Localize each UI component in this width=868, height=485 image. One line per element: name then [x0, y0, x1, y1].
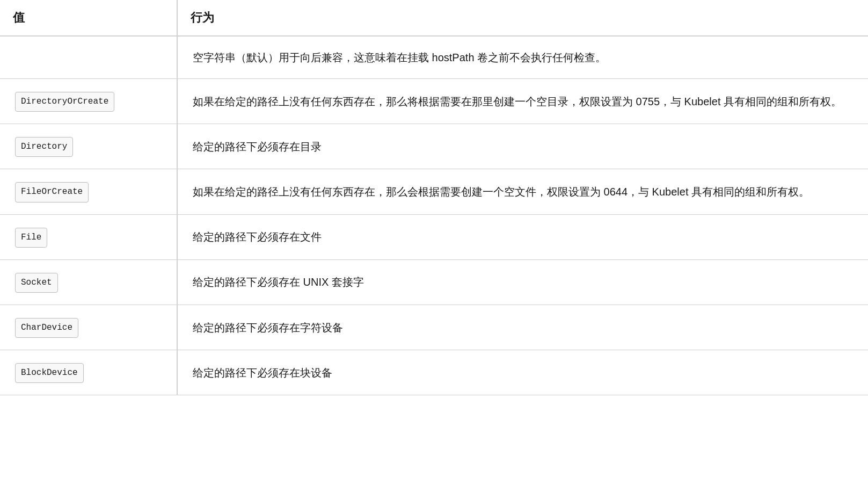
value-cell: Socket: [0, 259, 177, 305]
behavior-cell: 给定的路径下必须存在块设备: [177, 350, 868, 395]
behavior-cell: 给定的路径下必须存在目录: [177, 124, 868, 169]
behavior-cell: 给定的路径下必须存在 UNIX 套接字: [177, 259, 868, 305]
value-cell: CharDevice: [0, 305, 177, 350]
table-header-row: 值 行为: [0, 0, 868, 36]
value-cell: [0, 36, 177, 79]
behavior-cell: 如果在给定的路径上没有任何东西存在，那么会根据需要创建一个空文件，权限设置为 0…: [177, 169, 868, 214]
table-row: BlockDevice给定的路径下必须存在块设备: [0, 350, 868, 395]
main-container: 值 行为 空字符串（默认）用于向后兼容，这意味着在挂载 hostPath 卷之前…: [0, 0, 868, 485]
code-value: FileOrCreate: [15, 182, 89, 202]
table-row: CharDevice给定的路径下必须存在字符设备: [0, 305, 868, 350]
table-row: 空字符串（默认）用于向后兼容，这意味着在挂载 hostPath 卷之前不会执行任…: [0, 36, 868, 79]
code-value: Socket: [15, 273, 58, 293]
value-cell: BlockDevice: [0, 350, 177, 395]
code-value: File: [15, 228, 47, 248]
table-row: FileOrCreate如果在给定的路径上没有任何东西存在，那么会根据需要创建一…: [0, 169, 868, 214]
table-row: Directory给定的路径下必须存在目录: [0, 124, 868, 169]
code-value: Directory: [15, 137, 73, 157]
value-cell: File: [0, 214, 177, 259]
value-cell: DirectoryOrCreate: [0, 79, 177, 124]
table-row: File给定的路径下必须存在文件: [0, 214, 868, 259]
code-value: BlockDevice: [15, 363, 84, 383]
reference-table: 值 行为 空字符串（默认）用于向后兼容，这意味着在挂载 hostPath 卷之前…: [0, 0, 868, 395]
table-row: DirectoryOrCreate如果在给定的路径上没有任何东西存在，那么将根据…: [0, 79, 868, 124]
behavior-cell: 如果在给定的路径上没有任何东西存在，那么将根据需要在那里创建一个空目录，权限设置…: [177, 79, 868, 124]
code-value: DirectoryOrCreate: [15, 92, 114, 112]
header-value: 值: [0, 0, 177, 36]
behavior-cell: 空字符串（默认）用于向后兼容，这意味着在挂载 hostPath 卷之前不会执行任…: [177, 36, 868, 79]
table-row: Socket给定的路径下必须存在 UNIX 套接字: [0, 259, 868, 305]
behavior-cell: 给定的路径下必须存在文件: [177, 214, 868, 259]
header-behavior: 行为: [177, 0, 868, 36]
value-cell: FileOrCreate: [0, 169, 177, 214]
value-cell: Directory: [0, 124, 177, 169]
behavior-cell: 给定的路径下必须存在字符设备: [177, 305, 868, 350]
code-value: CharDevice: [15, 318, 78, 338]
